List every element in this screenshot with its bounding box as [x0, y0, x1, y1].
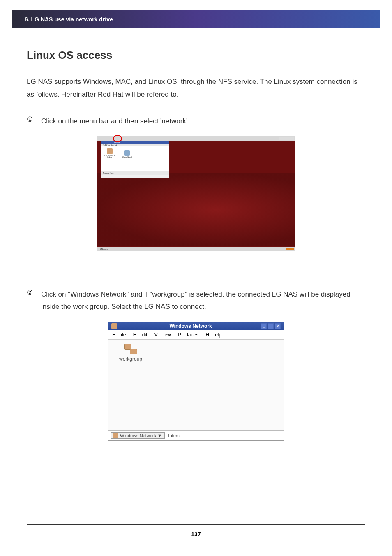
screenshot-linux-desktop: Network File Edit View Places Help SFTP … — [97, 136, 295, 251]
chapter-header: 6. LG NAS use via network drive — [12, 10, 380, 28]
menu-file[interactable]: File — [112, 332, 126, 338]
menu-edit[interactable]: Edit — [133, 332, 148, 338]
location-text: Windows Network ▼ — [120, 433, 162, 438]
window-icon — [111, 323, 117, 329]
step-text: Click on the menu bar and then select 'n… — [41, 115, 189, 128]
page-number: 137 — [0, 531, 392, 537]
step-2: ② Click on "Windows Network" and if "wor… — [27, 288, 365, 313]
file-manager-window: Network File Edit View Places Help SFTP … — [101, 141, 169, 178]
menu-places[interactable]: Places — [178, 332, 198, 338]
folder-icon — [107, 148, 113, 154]
step-number: ② — [27, 288, 33, 313]
window-statusbar: Windows Network ▼ 1 item — [108, 430, 284, 440]
window-controls: _ □ × — [261, 323, 281, 329]
workgroup-item[interactable]: workgroup — [116, 344, 145, 362]
step-text: Click on "Windows Network" and if "workg… — [41, 288, 365, 313]
sftp-icon: SFTP file transfer on localhost — [104, 148, 116, 158]
maximize-button[interactable]: □ — [268, 323, 274, 329]
location-button[interactable]: Windows Network ▼ — [111, 432, 165, 439]
close-button[interactable]: × — [275, 323, 281, 329]
file-window-body: SFTP file transfer on localhost Windows … — [101, 146, 169, 171]
window-title: Windows Network — [120, 323, 261, 329]
bottombar-indicator — [286, 248, 294, 250]
sftp-label: SFTP file transfer on localhost — [104, 155, 116, 158]
menu-view[interactable]: View — [154, 332, 171, 338]
minimize-button[interactable]: _ — [261, 323, 267, 329]
desktop-topbar — [97, 136, 295, 141]
footer-divider — [27, 524, 365, 525]
menu-help[interactable]: Help — [206, 332, 222, 338]
window-body: workgroup — [108, 340, 284, 430]
file-window-title: Network — [101, 141, 169, 144]
intro-paragraph: LG NAS supports Windows, MAC, and Linux … — [27, 76, 365, 101]
workgroup-label: workgroup — [116, 356, 145, 362]
location-icon — [113, 433, 118, 438]
screenshot-windows-network: Windows Network _ □ × File Edit View Pla… — [108, 322, 284, 441]
file-window-status: Network ▼ 2 items — [101, 171, 169, 175]
window-titlebar: Windows Network _ □ × — [108, 322, 284, 330]
windows-network-icon: Windows Network — [121, 150, 133, 158]
desktop-background — [97, 173, 295, 246]
windows-network-label: Windows Network — [121, 156, 133, 158]
topbar-right-indicator — [279, 137, 294, 140]
highlight-circle — [113, 135, 122, 142]
page-content: Linux OS access LG NAS supports Windows,… — [0, 28, 392, 441]
item-count: 1 item — [167, 433, 180, 438]
step-number: ① — [27, 115, 33, 128]
network-icon — [124, 150, 130, 156]
computer-icon-2 — [130, 349, 137, 354]
window-menubar: File Edit View Places Help — [108, 330, 284, 340]
bottombar-text: ⊞ Network — [100, 248, 108, 250]
desktop-bottombar: ⊞ Network — [97, 247, 295, 251]
section-title: Linux OS access — [27, 49, 365, 65]
workgroup-icon — [124, 344, 137, 354]
step-1: ① Click on the menu bar and then select … — [27, 115, 365, 128]
